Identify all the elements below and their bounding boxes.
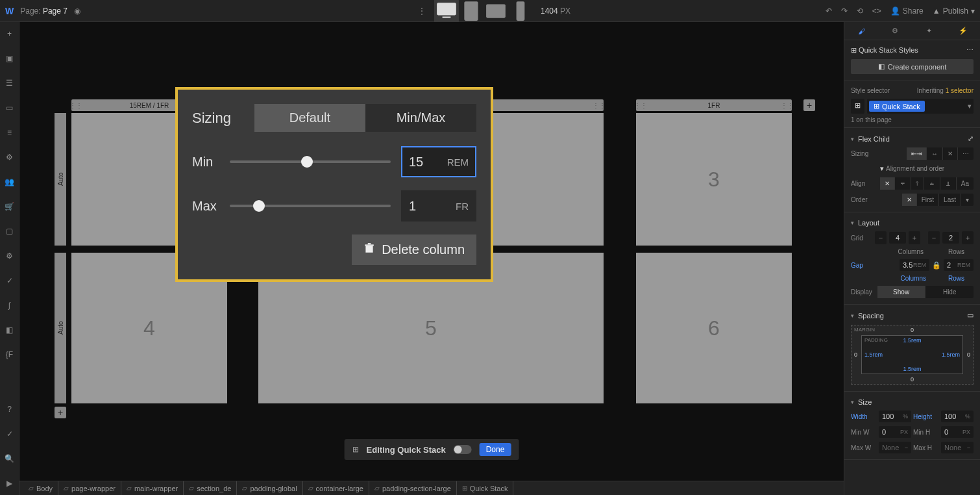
- add-row-button[interactable]: +: [55, 407, 66, 418]
- components-icon[interactable]: ◧: [5, 325, 15, 335]
- maxw-input[interactable]: None−: [879, 442, 911, 453]
- add-icon[interactable]: +: [5, 29, 15, 39]
- sizing-buttons[interactable]: ⇤⇥ ↔ ✕ ⋯: [907, 147, 974, 160]
- undo-icon[interactable]: ↶: [826, 6, 832, 16]
- min-input[interactable]: 15REM: [401, 146, 476, 177]
- assets-icon[interactable]: 🛒: [5, 201, 15, 212]
- eye-icon[interactable]: ◉: [74, 6, 80, 16]
- crumb[interactable]: ▱Body: [23, 481, 58, 495]
- none-icon[interactable]: ✕: [943, 147, 958, 160]
- columns-value[interactable]: 4: [889, 232, 906, 244]
- edit-toggle[interactable]: [454, 445, 472, 454]
- export-icon[interactable]: ⟲: [857, 6, 863, 16]
- minw-input[interactable]: 0PX: [879, 426, 911, 438]
- delete-column-button[interactable]: Delete column: [352, 235, 476, 265]
- row-header-1[interactable]: Auto: [55, 113, 66, 246]
- publish-button[interactable]: ▲ Publish ▾: [933, 6, 975, 16]
- search-icon[interactable]: 🔍: [5, 453, 15, 464]
- redo-icon[interactable]: ↷: [841, 6, 848, 16]
- col-minus[interactable]: −: [875, 231, 887, 244]
- more-icon[interactable]: ⋮: [410, 0, 434, 22]
- maxh-input[interactable]: None−: [941, 442, 974, 453]
- size-header[interactable]: ▾Size: [851, 396, 974, 409]
- hide-button[interactable]: Hide: [925, 286, 974, 298]
- add-column-button[interactable]: +: [803, 99, 815, 111]
- spacing-box[interactable]: MARGIN 0 0 0 0 PADDING 1.5rem 1.5rem 1.5…: [851, 325, 974, 385]
- desktop-icon[interactable]: [434, 0, 459, 22]
- users-icon[interactable]: 👥: [5, 177, 15, 187]
- minh-input[interactable]: 0PX: [941, 426, 974, 438]
- more-icon[interactable]: ⋯: [966, 46, 974, 55]
- grid-cell[interactable]: 3: [636, 113, 792, 246]
- tablet-landscape-icon[interactable]: [484, 0, 508, 22]
- grow-icon[interactable]: ↔: [927, 147, 943, 160]
- gap-col-input[interactable]: 3.5REM: [900, 259, 929, 271]
- max-slider[interactable]: [230, 205, 391, 207]
- crumb[interactable]: ▱main-wrapper: [121, 481, 184, 495]
- tab-minmax[interactable]: Min/Max: [365, 104, 476, 132]
- done-button[interactable]: Done: [480, 443, 511, 456]
- interactions-icon[interactable]: ∫: [5, 300, 15, 311]
- row-header-2[interactable]: Auto: [55, 253, 66, 403]
- sizing-popup: Sizing Default Min/Max Min 15REM Max 1FR…: [175, 87, 493, 282]
- row-plus[interactable]: +: [962, 231, 974, 244]
- ecommerce-icon[interactable]: ⚙: [5, 152, 15, 162]
- style-tab-icon[interactable]: 🖌: [844, 22, 878, 40]
- more-icon[interactable]: ⋯: [958, 147, 974, 160]
- tab-default[interactable]: Default: [254, 104, 365, 132]
- settings-icon[interactable]: ⚙: [5, 251, 15, 261]
- mobile-icon[interactable]: [508, 0, 533, 22]
- max-input[interactable]: 1FR: [401, 190, 476, 222]
- expand-icon[interactable]: ⤢: [968, 134, 974, 143]
- canvas[interactable]: ⋮⋮15REM / 1FR⋮⋮ ⋮⋮1FR⋮⋮ ⋮⋮1FR⋮⋮ + Auto A…: [19, 22, 844, 481]
- page-name[interactable]: Page 7: [43, 6, 67, 16]
- selector-type-icon[interactable]: ⊞: [851, 99, 864, 114]
- order-buttons[interactable]: ✕FirstLast▾: [902, 194, 974, 206]
- pages-icon[interactable]: ▭: [5, 103, 15, 113]
- image-icon[interactable]: ▢: [5, 226, 15, 236]
- effects-tab-icon[interactable]: ⚡: [946, 22, 980, 40]
- min-slider[interactable]: [230, 160, 391, 163]
- create-component-button[interactable]: ◧Create component: [851, 59, 974, 74]
- svg-rect-4: [517, 1, 525, 21]
- crumb[interactable]: ▱padding-global: [237, 481, 302, 495]
- shrink-icon[interactable]: ⇤⇥: [907, 147, 927, 160]
- column-header-3[interactable]: ⋮⋮1FR⋮⋮: [636, 99, 792, 111]
- crumb[interactable]: ▱page-wrapper: [58, 481, 121, 495]
- gap-row-input[interactable]: 2REM: [944, 259, 974, 271]
- crumb[interactable]: ▱section_de: [184, 481, 237, 495]
- height-input[interactable]: 100%: [941, 411, 974, 422]
- rows-value[interactable]: 2: [942, 232, 959, 244]
- col-plus[interactable]: +: [909, 231, 920, 244]
- layers-icon[interactable]: ☰: [5, 78, 15, 88]
- width-input[interactable]: 100%: [879, 411, 911, 422]
- interactions-tab-icon[interactable]: ✦: [913, 22, 946, 40]
- row-minus[interactable]: −: [928, 231, 940, 244]
- align-buttons[interactable]: ✕⫧⫯⫨⫫Aa: [880, 177, 974, 190]
- webflow-logo-icon[interactable]: W: [5, 6, 14, 16]
- spacing-mode-icon[interactable]: ▭: [967, 311, 974, 320]
- audit-icon[interactable]: ✓: [5, 275, 15, 286]
- cms-icon[interactable]: ≡: [5, 127, 15, 138]
- selector-pill[interactable]: ⊞Quick Stack: [869, 101, 925, 112]
- tablet-icon[interactable]: [459, 0, 484, 22]
- cube-icon[interactable]: ▣: [5, 53, 15, 64]
- layout-header[interactable]: ▾Layout: [851, 216, 974, 229]
- help-icon[interactable]: ?: [5, 404, 15, 414]
- lock-icon[interactable]: 🔒: [932, 261, 941, 270]
- grid-cell[interactable]: 6: [636, 253, 792, 403]
- crumb[interactable]: ▱container-large: [303, 481, 369, 495]
- crumb[interactable]: ⊞Quick Stack: [457, 481, 514, 495]
- flex-child-header[interactable]: ▾Flex Child⤢: [851, 132, 974, 146]
- video-icon[interactable]: ▶: [5, 478, 15, 489]
- share-button[interactable]: 👤 Share: [890, 6, 924, 16]
- show-button[interactable]: Show: [877, 286, 926, 298]
- code-icon[interactable]: <>: [872, 6, 881, 16]
- canvas-width[interactable]: 1404: [541, 6, 558, 16]
- spacing-header[interactable]: ▾Spacing▭: [851, 309, 974, 322]
- crumb[interactable]: ▱padding-section-large: [369, 481, 457, 495]
- check-icon[interactable]: ✓: [5, 429, 15, 439]
- settings-tab-icon[interactable]: ⚙: [878, 22, 912, 40]
- chevron-down-icon[interactable]: ▾: [968, 102, 972, 110]
- variables-icon[interactable]: {F: [5, 349, 15, 360]
